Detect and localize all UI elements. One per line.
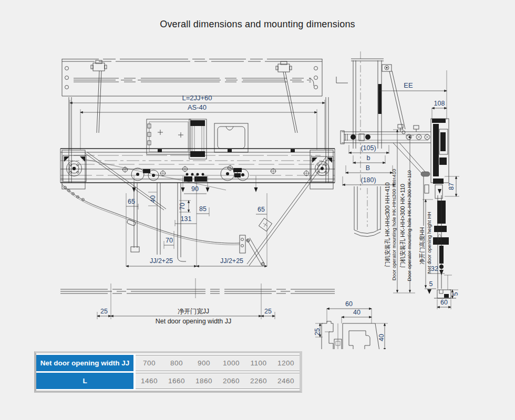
hanger-bolt-left bbox=[91, 60, 107, 133]
svg-text:60: 60 bbox=[345, 300, 353, 308]
table-cell: 700 bbox=[136, 359, 163, 367]
motor-unit bbox=[189, 119, 207, 159]
net-height-cn: 净开门高度HH bbox=[419, 227, 425, 265]
svg-text:EE: EE bbox=[404, 81, 413, 89]
svg-text:JJ/2+25: JJ/2+25 bbox=[150, 257, 173, 265]
table-cell: 1100 bbox=[245, 359, 272, 367]
dim-5-upper: 5 bbox=[425, 280, 436, 294]
table-cell: 900 bbox=[190, 359, 218, 367]
svg-text:40: 40 bbox=[353, 309, 360, 316]
table-row-label-jj: Net door opening width JJ bbox=[36, 355, 133, 371]
dim-105: (105) bbox=[349, 144, 389, 154]
svg-text:40: 40 bbox=[378, 334, 385, 341]
profile-shape bbox=[322, 321, 379, 349]
table-cell: 2060 bbox=[218, 377, 245, 385]
svg-text:108: 108 bbox=[434, 100, 445, 107]
table-cell: 1200 bbox=[272, 359, 300, 367]
net-height-en: Net door opening height HH bbox=[426, 212, 432, 274]
dim-25-rot: 25 bbox=[314, 323, 323, 337]
net-width-cn: 净开门宽JJ bbox=[178, 308, 209, 315]
controller-box bbox=[147, 119, 191, 154]
svg-text:131: 131 bbox=[181, 215, 192, 223]
hanger-bolt-right bbox=[276, 61, 297, 133]
dim-l-formula: L=2JJ+60 bbox=[182, 94, 212, 102]
svg-text:25: 25 bbox=[100, 308, 108, 315]
dim-b-big: B bbox=[346, 164, 393, 174]
dim-131: 131 bbox=[175, 215, 197, 226]
dim-60-sill: 60 bbox=[437, 299, 451, 309]
svg-text:40: 40 bbox=[149, 195, 157, 203]
table-row-label-l: L bbox=[36, 373, 133, 389]
svg-text:JJ/2+25: JJ/2+25 bbox=[220, 257, 243, 265]
svg-text:B: B bbox=[366, 164, 370, 172]
dim-AS: AS-40 bbox=[80, 103, 317, 150]
door-hangers bbox=[131, 183, 265, 266]
dim-jj-half: JJ/2+25 JJ/2+25 bbox=[126, 173, 267, 266]
svg-text:(180): (180) bbox=[360, 176, 376, 184]
svg-text:5: 5 bbox=[429, 280, 433, 288]
hole1-en: Door operator mounting hole HK-HH≤300 HH… bbox=[391, 169, 397, 280]
dim-net-height: 净开门高度HH Net door opening height HH bbox=[419, 200, 433, 288]
table-cell: 800 bbox=[163, 359, 190, 367]
chain-cable bbox=[62, 184, 240, 245]
dim-EE: EE bbox=[379, 70, 447, 120]
svg-text:70: 70 bbox=[166, 237, 173, 244]
svg-text:25: 25 bbox=[264, 308, 272, 315]
column-lower bbox=[354, 186, 380, 237]
pulley-cluster-left bbox=[131, 168, 159, 181]
svg-text:65: 65 bbox=[258, 206, 265, 213]
dim-b-small: b bbox=[353, 154, 385, 164]
dim-65-right: 65 bbox=[256, 193, 267, 266]
net-width-en: Net door opening width JJ bbox=[156, 318, 232, 325]
dim-net-width: 25 25 净开门宽JJ Net door opening width JJ bbox=[97, 284, 275, 325]
dim-90: 90 bbox=[184, 185, 207, 194]
roller-left bbox=[63, 155, 86, 182]
svg-text:70: 70 bbox=[179, 203, 186, 210]
dim-87: 87 bbox=[445, 176, 459, 196]
table-cell: 1660 bbox=[163, 377, 190, 385]
hole2-en: Door operator mounting hole HK-HH>300 HK… bbox=[406, 170, 412, 281]
front-view: L=2JJ+60 AS-40 bbox=[60, 59, 335, 325]
dim-70-rot: 70 bbox=[179, 201, 191, 212]
table-cell: 2260 bbox=[245, 377, 272, 385]
svg-text:90: 90 bbox=[191, 185, 199, 193]
dim-108: 108 bbox=[432, 100, 447, 120]
table-cell: 1000 bbox=[218, 359, 245, 367]
dim-as-formula: AS-40 bbox=[188, 103, 207, 111]
svg-text:87: 87 bbox=[448, 183, 455, 190]
dim-65-left: 65 bbox=[126, 193, 138, 266]
table-cell: 2460 bbox=[272, 377, 300, 385]
mounting-dims: 门机安装孔 HK-HH≤300 HH+410 Door operator mou… bbox=[384, 130, 415, 293]
size-table: Net door opening width JJ 700 800 900 10… bbox=[34, 351, 302, 393]
svg-text:85: 85 bbox=[199, 205, 207, 213]
dim-60-profile: 60 bbox=[327, 300, 372, 323]
svg-text:60: 60 bbox=[440, 299, 448, 306]
sill-track bbox=[60, 278, 335, 298]
table-cell: 1860 bbox=[190, 377, 218, 385]
sill-profile-detail: 60 40 25 40 bbox=[314, 300, 388, 349]
side-view: EE bbox=[336, 51, 459, 309]
table-row-values-jj: 700 800 900 1000 1100 1200 bbox=[136, 355, 300, 371]
hole1-cn: 门机安装孔 HK-HH≤300 HH+410 bbox=[384, 183, 390, 267]
svg-text:65: 65 bbox=[128, 198, 135, 205]
svg-text:(105): (105) bbox=[360, 144, 376, 152]
table-cell: 1460 bbox=[136, 377, 163, 385]
svg-text:32: 32 bbox=[431, 265, 438, 272]
dim-85: 85 bbox=[197, 205, 209, 216]
svg-text:b: b bbox=[367, 154, 370, 162]
hole2-cn: 门机安装孔 HK-HH>300 HK+110 bbox=[399, 184, 406, 268]
header-column bbox=[336, 59, 405, 149]
dim-40-top: 40 bbox=[342, 309, 372, 323]
svg-text:5: 5 bbox=[452, 292, 459, 296]
table-row-values-l: 1460 1660 1860 2060 2260 2460 bbox=[136, 373, 300, 389]
component-box bbox=[214, 123, 248, 152]
technical-drawing: L=2JJ+60 AS-40 bbox=[0, 0, 515, 349]
